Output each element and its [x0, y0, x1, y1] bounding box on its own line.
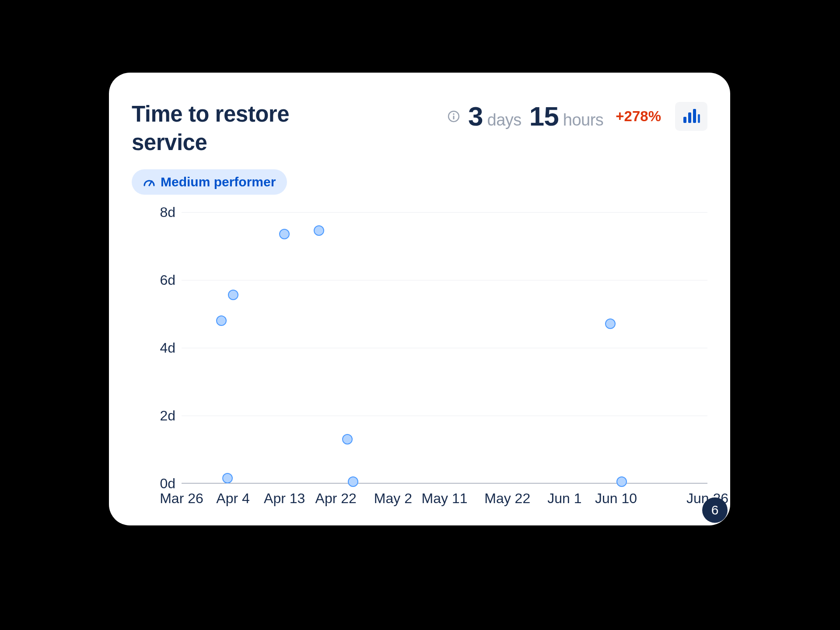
- metric-hours-value: 15: [529, 101, 559, 132]
- x-tick-label: Apr 22: [315, 490, 357, 507]
- bar-chart-icon: [682, 109, 700, 124]
- data-point[interactable]: [342, 434, 353, 444]
- performer-pill[interactable]: Medium performer: [132, 169, 287, 195]
- x-tick-label: May 11: [422, 490, 468, 507]
- metric-summary: 3 days 15 hours +278%: [447, 100, 707, 132]
- card-title: Time to restore service: [132, 100, 294, 157]
- metric-hours: 15 hours: [529, 101, 604, 132]
- chart: 0d2d4d6d8d Mar 26Apr 4Apr 13Apr 22May 2M…: [132, 212, 707, 513]
- metric-delta: +278%: [616, 108, 661, 125]
- data-point[interactable]: [616, 476, 627, 487]
- data-point[interactable]: [348, 476, 358, 487]
- metric-days: 3 days: [468, 101, 522, 132]
- plot-area: [182, 212, 707, 483]
- y-tick-label: 6d: [132, 272, 175, 288]
- svg-point-1: [453, 113, 455, 115]
- gridline: [182, 212, 707, 213]
- metric-card: Time to restore service 3 days 15 hours: [109, 73, 730, 525]
- x-tick-label: May 2: [374, 490, 412, 507]
- metric-hours-unit: hours: [563, 111, 604, 130]
- x-tick-label: Jun 1: [547, 490, 581, 507]
- x-tick-label: Mar 26: [160, 490, 203, 507]
- gridline: [182, 280, 707, 280]
- svg-rect-4: [688, 112, 691, 123]
- data-point[interactable]: [605, 318, 616, 329]
- gauge-icon: [143, 177, 155, 187]
- gridline: [182, 416, 707, 416]
- svg-rect-6: [698, 114, 700, 123]
- y-tick-label: 2d: [132, 407, 175, 424]
- svg-line-7: [149, 181, 152, 186]
- svg-rect-2: [453, 116, 455, 119]
- metric-days-value: 3: [468, 101, 483, 132]
- corner-badge[interactable]: 6: [702, 497, 728, 523]
- x-tick-label: Apr 4: [216, 490, 249, 507]
- svg-rect-3: [683, 117, 686, 123]
- y-tick-label: 4d: [132, 340, 175, 356]
- data-point[interactable]: [222, 473, 233, 483]
- x-tick-label: Jun 10: [595, 490, 637, 507]
- y-tick-label: 0d: [132, 475, 175, 491]
- info-icon[interactable]: [447, 110, 460, 123]
- x-axis: Mar 26Apr 4Apr 13Apr 22May 2May 11May 22…: [182, 490, 707, 510]
- card-header: Time to restore service 3 days 15 hours: [132, 100, 707, 157]
- data-point[interactable]: [314, 225, 324, 236]
- svg-rect-5: [693, 109, 696, 123]
- chart-type-button[interactable]: [675, 102, 707, 131]
- gridline: [182, 348, 707, 348]
- data-point[interactable]: [216, 315, 227, 326]
- corner-badge-value: 6: [711, 503, 719, 518]
- data-point[interactable]: [279, 229, 290, 239]
- y-tick-label: 8d: [132, 204, 175, 220]
- x-tick-label: May 22: [484, 490, 530, 507]
- x-tick-label: Apr 13: [264, 490, 305, 507]
- data-point[interactable]: [228, 290, 238, 300]
- metric-days-unit: days: [487, 111, 522, 130]
- performer-pill-label: Medium performer: [161, 175, 276, 189]
- x-axis-line: [182, 483, 707, 483]
